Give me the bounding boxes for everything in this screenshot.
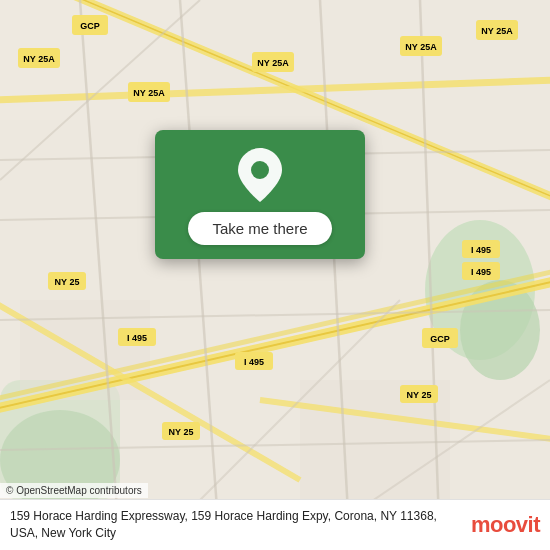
moovit-logo: moovit	[471, 512, 540, 538]
svg-text:NY 25: NY 25	[407, 390, 432, 400]
copyright-bar: © OpenStreetMap contributors	[0, 483, 148, 498]
location-pin-icon	[238, 148, 282, 202]
svg-text:I 495: I 495	[127, 333, 147, 343]
svg-text:NY 25A: NY 25A	[133, 88, 165, 98]
take-me-there-button[interactable]: Take me there	[188, 212, 331, 245]
svg-text:GCP: GCP	[430, 334, 450, 344]
svg-text:NY 25A: NY 25A	[257, 58, 289, 68]
svg-point-56	[251, 161, 269, 179]
svg-text:NY 25A: NY 25A	[405, 42, 437, 52]
copyright-text: © OpenStreetMap contributors	[6, 485, 142, 496]
address-text: 159 Horace Harding Expressway, 159 Horac…	[10, 508, 461, 542]
svg-text:NY 25A: NY 25A	[481, 26, 513, 36]
svg-text:NY 25: NY 25	[169, 427, 194, 437]
map-container: NY 25A NY 25A NY 25A NY 25A NY 25A GCP G…	[0, 0, 550, 550]
action-card: Take me there	[155, 130, 365, 259]
svg-text:NY 25: NY 25	[55, 277, 80, 287]
svg-text:GCP: GCP	[80, 21, 100, 31]
moovit-logo-text: moovit	[471, 512, 540, 538]
bottom-bar: 159 Horace Harding Expressway, 159 Horac…	[0, 499, 550, 550]
svg-text:I 495: I 495	[244, 357, 264, 367]
svg-text:I 495: I 495	[471, 245, 491, 255]
svg-text:NY 25A: NY 25A	[23, 54, 55, 64]
svg-text:I 495: I 495	[471, 267, 491, 277]
map-background: NY 25A NY 25A NY 25A NY 25A NY 25A GCP G…	[0, 0, 550, 550]
